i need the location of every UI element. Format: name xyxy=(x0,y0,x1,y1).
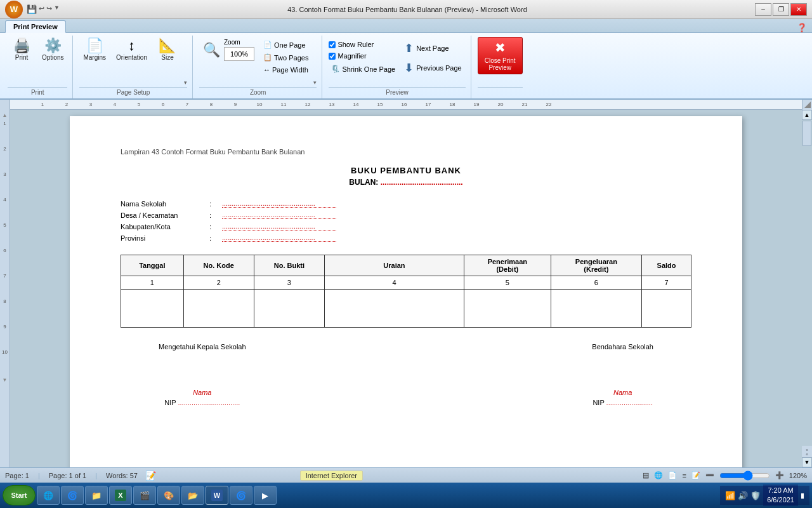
ie-tooltip: Internet Explorer xyxy=(300,471,363,481)
media-icon: 🎬 xyxy=(139,490,150,501)
help-icon[interactable]: ❓ xyxy=(797,23,807,32)
document-bulan: BULAN: .................................… xyxy=(121,178,691,187)
print-label: Print xyxy=(15,54,29,61)
zoom-inner-col: Zoom 100% xyxy=(224,39,254,61)
shrink-one-page-button[interactable]: 🗜️ Shrink One Page xyxy=(329,64,398,74)
scroll-bottom-area[interactable]: ⬦ ⬦ xyxy=(802,446,812,457)
dropdown-icon[interactable]: ▼ xyxy=(54,4,60,14)
zoom-minus-icon[interactable]: ➖ xyxy=(705,471,714,479)
ruler-corner-icon xyxy=(804,102,811,108)
next-page-button[interactable]: ⬆ Next Page xyxy=(400,39,466,57)
tray-show-desktop-icon[interactable]: ▮ xyxy=(801,491,804,500)
zoom-expand-icon[interactable]: ▾ xyxy=(313,79,317,86)
zoom-options-col: 📄 One Page 📋 Two Pages ↔️ Page Width xyxy=(261,37,311,75)
orientation-button[interactable]: ↕️ Orientation xyxy=(112,37,151,63)
status-words: Words: 57 xyxy=(106,472,138,479)
size-button[interactable]: 📐 Size xyxy=(154,37,181,63)
print-button[interactable]: 🖨️ Print xyxy=(8,37,36,63)
taskbar-app-word[interactable]: W xyxy=(206,486,228,505)
ruler-num-10: 10 xyxy=(0,349,10,375)
col-tanggal-header: Tanggal xyxy=(121,255,184,276)
sig-nip-label-right: NIP xyxy=(593,399,604,406)
show-ruler-checkbox[interactable] xyxy=(329,41,336,48)
col-7-num: 7 xyxy=(642,276,691,290)
redo-icon[interactable]: ↪ xyxy=(46,4,52,14)
ruler-m4: 4 xyxy=(103,102,127,107)
word-icon: W xyxy=(211,490,223,501)
view-outline-icon[interactable]: ≡ xyxy=(682,472,686,479)
close-print-preview-button[interactable]: ✖ Close PrintPreview xyxy=(478,37,523,74)
office-logo[interactable]: W xyxy=(5,1,23,18)
taskbar-app-excel[interactable]: X xyxy=(109,486,132,505)
margins-button[interactable]: 📄 Margins xyxy=(79,37,110,63)
sig-block-right: Bendahara Sekolah Nama NIP .............… xyxy=(592,343,653,406)
zoom-slider[interactable] xyxy=(719,471,770,481)
start-button[interactable]: Start xyxy=(3,485,36,505)
svg-marker-0 xyxy=(804,102,811,108)
scroll-down-button[interactable]: ▼ xyxy=(802,457,812,467)
taskbar-app-media[interactable]: 🎬 xyxy=(133,486,156,505)
ie-icon: 🌀 xyxy=(67,490,78,501)
right-scrollbar[interactable]: ▲ ⬦ ⬦ ▼ xyxy=(802,110,812,467)
maximize-button[interactable]: ❐ xyxy=(773,3,789,16)
form-fields: Nama Sekolah : .........................… xyxy=(121,199,691,242)
view-draft-icon[interactable]: 📝 xyxy=(691,471,700,479)
resize-icon-2: ⬦ xyxy=(802,451,812,456)
taskbar-app-media2[interactable]: ▶ xyxy=(254,486,277,505)
margins-icon: 📄 xyxy=(86,39,103,53)
chrome-icon: 🌐 xyxy=(43,490,54,501)
clock[interactable]: 7:20 AM 6/6/2021 xyxy=(763,485,798,507)
taskbar-app-paint[interactable]: 🎨 xyxy=(157,486,180,505)
field-provinsi: Provinsi : .............................… xyxy=(121,234,691,242)
options-button[interactable]: ⚙️ Options xyxy=(38,37,67,63)
ribbon-group-zoom-content: 🔍 Zoom 100% 📄 One Page 📋 Two Pages xyxy=(199,37,317,87)
ie-label: Internet Explorer xyxy=(306,472,357,479)
minimize-button[interactable]: – xyxy=(755,3,771,16)
taskbar-app-ie2[interactable]: 🌀 xyxy=(230,486,252,505)
col-penerimaan-header: Penerimaan(Debit) xyxy=(464,255,551,276)
undo-icon[interactable]: ↩ xyxy=(39,4,44,14)
save-icon[interactable]: 💾 xyxy=(27,4,37,14)
ribbon-group-preview-content: Show Ruler Magnifier 🗜️ Shrink One Page … xyxy=(329,37,465,87)
zoom-plus-icon[interactable]: ➕ xyxy=(775,471,784,479)
scroll-thumb[interactable] xyxy=(802,121,811,146)
field-provinsi-label: Provinsi xyxy=(121,234,209,242)
table-row xyxy=(121,290,691,328)
ruler-num-9: 9 xyxy=(0,324,10,349)
col-no-bukti-header: No. Bukti xyxy=(254,255,324,276)
view-web-icon[interactable]: 🌐 xyxy=(654,471,663,479)
taskbar-app-folder[interactable]: 📂 xyxy=(181,486,204,505)
one-page-button[interactable]: 📄 One Page xyxy=(261,39,311,50)
status-page: Page: 1 xyxy=(5,472,29,479)
zoom-button[interactable]: 🔍 Zoom 100% xyxy=(199,37,258,63)
media2-icon: ▶ xyxy=(259,490,271,501)
page-setup-expand-icon[interactable]: ▾ xyxy=(184,79,187,86)
magnifier-row: Magnifier xyxy=(329,52,398,60)
col-no-kode-header: No. Kode xyxy=(183,255,254,276)
print-icon: 🖨️ xyxy=(13,39,30,53)
ruler-m10: 10 xyxy=(247,102,272,107)
ribbon-tabs: Print Preview ❓ xyxy=(0,19,812,33)
page-width-button[interactable]: ↔️ Page Width xyxy=(261,65,311,75)
magnifier-checkbox[interactable] xyxy=(329,53,336,60)
view-normal-icon[interactable]: ▤ xyxy=(643,471,649,479)
spell-check-icon: 📝 xyxy=(145,471,156,481)
taskbar-app-explorer[interactable]: 📁 xyxy=(85,486,108,505)
paint-icon: 🎨 xyxy=(163,490,174,501)
tab-print-preview[interactable]: Print Preview xyxy=(5,20,66,33)
scroll-track xyxy=(802,120,812,446)
doc-scroll[interactable]: Lampiran 43 Contoh Format Buku Pembantu … xyxy=(10,110,802,467)
close-button[interactable]: ✕ xyxy=(790,3,807,16)
previous-page-button[interactable]: ⬇ Previous Page xyxy=(400,59,466,77)
view-print-icon[interactable]: 📄 xyxy=(668,471,677,479)
title-bar: W 💾 ↩ ↪ ▼ 43. Contoh Format Buku Pembant… xyxy=(0,0,812,19)
col-4-num: 4 xyxy=(324,276,464,290)
taskbar-app-ie[interactable]: 🌀 xyxy=(61,486,84,505)
two-pages-button[interactable]: 📋 Two Pages xyxy=(261,52,311,63)
page-setup-group-label: Page Setup xyxy=(79,87,187,98)
field-kabupaten: Kabupaten/Kota : .......................… xyxy=(121,222,691,231)
zoom-icon: 🔍 xyxy=(203,43,220,57)
ruler-num-8: 8 xyxy=(0,298,10,324)
scroll-up-button[interactable]: ▲ xyxy=(802,110,812,120)
taskbar-app-chrome[interactable]: 🌐 xyxy=(37,486,60,505)
